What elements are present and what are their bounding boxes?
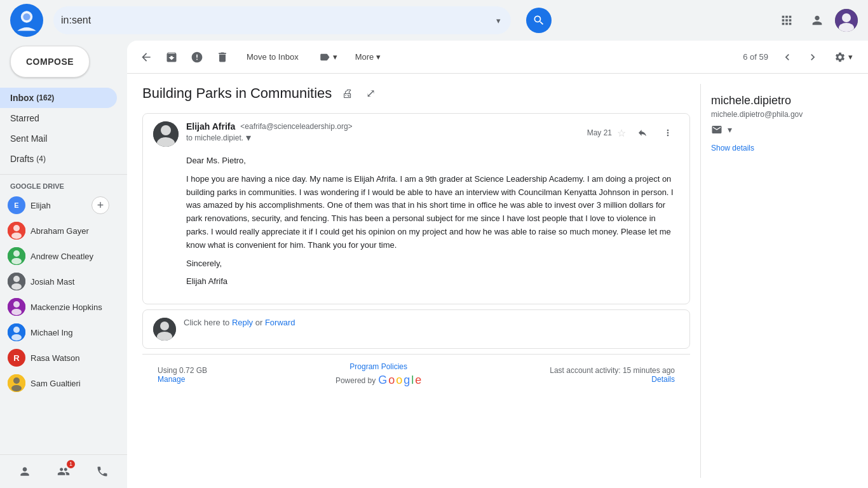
search-dropdown-icon[interactable]: ▾: [494, 13, 503, 28]
toolbar-right: 6 of 59 ▾: [738, 46, 860, 69]
contact-header-email: michele.dipietro@phila.gov: [711, 110, 843, 119]
right-panel: michele.dipietro michele.dipietro@phila.…: [700, 84, 853, 478]
sidebar-divider: [0, 174, 127, 175]
sam-avatar: [8, 374, 25, 392]
starred-label: Starred: [10, 113, 39, 123]
mail-icon[interactable]: [711, 124, 722, 135]
back-button[interactable]: [135, 46, 158, 69]
contact-item-mackenzie[interactable]: Mackenzie Hopkins: [0, 294, 117, 320]
contact-actions: ▾: [711, 124, 843, 135]
mackenzie-avatar: [8, 298, 25, 316]
svg-point-15: [11, 283, 22, 290]
apps-icon[interactable]: [774, 8, 799, 33]
rasa-avatar: R: [8, 349, 25, 367]
main-layout: COMPOSE Inbox (162) Starred Sent Mail Dr…: [0, 41, 868, 488]
move-to-inbox-button[interactable]: Move to Inbox: [236, 48, 309, 65]
settings-dropdown-icon: ▾: [848, 52, 853, 62]
email-view: Building Parks in Communities 🖨 ⤢: [127, 74, 868, 488]
email-header: Elijah Afrifa <eafrifa@scienceleadership…: [143, 114, 689, 154]
email-subject: Building Parks in Communities 🖨 ⤢: [142, 84, 690, 103]
svg-point-24: [11, 385, 22, 391]
sidebar-item-drafts[interactable]: Drafts (4): [0, 149, 117, 169]
contact-item-michael[interactable]: Michael Ing: [0, 320, 117, 345]
add-contact-button[interactable]: +: [92, 196, 109, 214]
footer-left: Using 0.72 GB Manage: [158, 366, 207, 384]
forward-link[interactable]: Forward: [265, 318, 295, 327]
contact-item-elijah[interactable]: E Elijah +: [0, 193, 117, 218]
abraham-name: Abraham Gayer: [31, 226, 89, 236]
reply-link[interactable]: Reply: [232, 318, 253, 327]
delete-button[interactable]: [211, 46, 234, 69]
expand-icon[interactable]: ⤢: [363, 84, 378, 103]
google-logo: Google: [378, 374, 421, 387]
next-page-button[interactable]: [801, 46, 824, 69]
account-icon[interactable]: [804, 8, 830, 33]
archive-button[interactable]: [160, 46, 183, 69]
reply-area[interactable]: Click here to Reply or Forward: [142, 309, 690, 349]
prev-page-button[interactable]: [776, 46, 799, 69]
contact-item-josiah[interactable]: Josiah Mast: [0, 269, 117, 294]
michael-name: Michael Ing: [31, 328, 72, 337]
sidebar-item-inbox[interactable]: Inbox (162): [0, 88, 117, 108]
svg-point-23: [13, 377, 20, 384]
svg-point-14: [13, 276, 20, 282]
svg-point-9: [11, 233, 22, 239]
contact-item-rasa[interactable]: R Rasa Watson: [0, 345, 117, 370]
sidebar-item-sent[interactable]: Sent Mail: [0, 128, 117, 149]
svg-point-21: [11, 334, 22, 341]
sent-label: Sent Mail: [10, 133, 47, 144]
compose-button[interactable]: COMPOSE: [10, 46, 90, 78]
people-icon[interactable]: [13, 460, 36, 483]
user-avatar[interactable]: [835, 9, 858, 32]
print-icon[interactable]: 🖨: [339, 85, 356, 103]
more-dropdown-icon: ▾: [376, 52, 381, 62]
label-button[interactable]: ▾: [311, 48, 345, 67]
michael-avatar: [8, 323, 25, 341]
svg-point-18: [11, 309, 22, 315]
inbox-label: Inbox: [10, 93, 34, 103]
sender-avatar: [153, 121, 179, 147]
inline-actions: [631, 121, 679, 144]
star-icon[interactable]: ☆: [617, 127, 626, 139]
spam-button[interactable]: [186, 46, 208, 69]
search-bar[interactable]: ▾: [53, 6, 511, 34]
show-details-link[interactable]: Show details: [711, 144, 754, 152]
svg-point-8: [13, 225, 20, 231]
body-closing: Sincerely,: [186, 257, 679, 271]
phone-icon[interactable]: [91, 460, 114, 483]
details-link[interactable]: Details: [651, 375, 675, 384]
program-policies-link[interactable]: Program Policies: [349, 362, 407, 371]
reply-prompt: Click here to Reply or Forward: [184, 318, 295, 327]
svg-point-26: [161, 125, 171, 135]
svg-point-29: [160, 322, 169, 330]
andrew-name: Andrew Cheatley: [31, 252, 93, 261]
to-toggle[interactable]: ▾: [246, 132, 251, 144]
contact-item-sam[interactable]: Sam Gualtieri: [0, 370, 117, 396]
reply-avatar: [153, 318, 176, 341]
mail-dropdown-icon[interactable]: ▾: [728, 125, 732, 135]
settings-button[interactable]: ▾: [827, 48, 860, 67]
body-signature: Elijah Afrifa: [186, 275, 679, 288]
sidebar: COMPOSE Inbox (162) Starred Sent Mail Dr…: [0, 41, 127, 488]
app-logo[interactable]: [10, 4, 43, 37]
more-button[interactable]: More ▾: [348, 48, 389, 65]
contact-item-abraham[interactable]: Abraham Gayer: [0, 218, 117, 243]
email-footer: Using 0.72 GB Manage Program Policies Po…: [142, 354, 690, 395]
contacts-icon[interactable]: 1: [52, 460, 75, 483]
page-info: 6 of 59: [738, 52, 773, 62]
contact-item-andrew[interactable]: Andrew Cheatley: [0, 243, 117, 269]
manage-link[interactable]: Manage: [158, 375, 185, 384]
topbar: ▾: [0, 0, 868, 41]
reply-button[interactable]: [631, 121, 654, 144]
email-body: Dear Ms. Pietro, I hope you are having a…: [143, 154, 689, 304]
contact-header-name: michele.dipietro: [711, 94, 843, 107]
rasa-name: Rasa Watson: [31, 353, 80, 363]
sidebar-item-starred[interactable]: Starred: [0, 108, 117, 128]
search-input[interactable]: [61, 15, 494, 26]
topbar-right: [774, 8, 858, 33]
svg-point-17: [13, 301, 20, 308]
drafts-label: Drafts: [10, 154, 34, 164]
sam-name: Sam Gualtieri: [31, 379, 81, 388]
search-button[interactable]: [526, 8, 552, 33]
more-options-button[interactable]: [656, 121, 679, 144]
